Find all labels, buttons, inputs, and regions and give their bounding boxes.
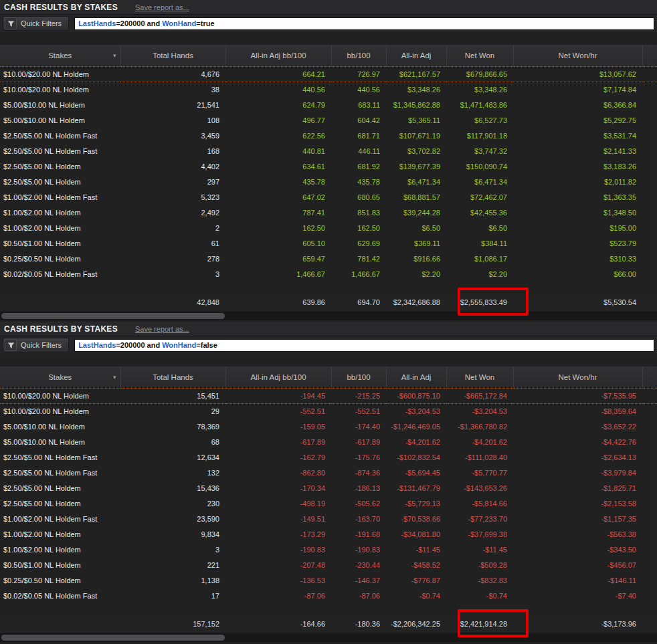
cell-net: -$143,653.26 <box>446 480 513 496</box>
column-header-total-hands[interactable]: Total Hands <box>120 45 225 66</box>
table-row[interactable]: $2.50/$5.00 NL Holdem230-498.19-505.62-$… <box>0 496 657 511</box>
stakes-dropdown-icon[interactable]: ▾ <box>113 52 116 59</box>
cell-hands: 78,369 <box>120 419 225 434</box>
cell-aiadj: $916.66 <box>386 251 446 266</box>
column-header-allin-adj-bb100[interactable]: All-in Adj bb/100 <box>225 45 331 66</box>
cell-stakes: $5.00/$10.00 NL Holdem <box>0 419 120 434</box>
table-row[interactable]: $1.00/$2.00 NL Holdem9,834-173.29-191.68… <box>0 526 657 542</box>
totals-bb100: 694.70 <box>331 294 386 310</box>
table-row[interactable]: $2.50/$5.00 NL Holdem Fast168440.81446.1… <box>0 143 657 158</box>
cell-bb: 851.83 <box>331 205 386 220</box>
column-header-allin-adj[interactable]: All-in Adj <box>386 366 446 388</box>
cell-net: $42,455.36 <box>446 205 513 220</box>
scrollbar-thumb[interactable] <box>1 313 225 319</box>
table-row[interactable]: $10.00/$20.00 NL Holdem29-552.51-552.51-… <box>0 403 657 419</box>
cell-net: $6,527.73 <box>446 112 513 128</box>
cell-bb: -175.76 <box>331 449 386 465</box>
table-row[interactable]: $5.00/$10.00 NL Holdem108496.77604.42$5,… <box>0 112 657 128</box>
column-header-stakes[interactable]: Stakes ▾ <box>0 45 120 66</box>
column-header-allin-adj[interactable]: All-in Adj <box>386 45 446 66</box>
cell-aiadj_bb: -170.34 <box>225 480 331 496</box>
cell-stakes: $5.00/$10.00 NL Holdem <box>0 112 120 128</box>
column-header-allin-adj-bb100[interactable]: All-in Adj bb/100 <box>225 366 331 388</box>
cell-aiadj_bb: 1,466.67 <box>225 266 331 282</box>
table-row[interactable]: $0.25/$0.50 NL Holdem1,138-136.53-146.37… <box>0 572 657 588</box>
cell-aiadj: -$70,538.66 <box>386 511 446 526</box>
cell-aiadj_bb: -498.19 <box>225 496 331 511</box>
table-row[interactable]: $1.00/$2.00 NL Holdem2162.50162.50$6.50$… <box>0 220 657 235</box>
column-header-net-won[interactable]: Net Won <box>446 45 513 66</box>
table-row[interactable]: $1.00/$2.00 NL Holdem Fast23,590-149.51-… <box>0 511 657 526</box>
table-row[interactable]: $0.50/$1.00 NL Holdem61605.10629.69$369.… <box>0 235 657 251</box>
totals-allin-adj-bb100: -164.66 <box>225 616 331 632</box>
table-row[interactable]: $0.02/$0.05 NL Holdem Fast17-87.06-87.06… <box>0 588 657 603</box>
table-row[interactable]: $5.00/$10.00 NL Holdem78,369-159.05-174.… <box>0 419 657 434</box>
table-row[interactable]: $0.25/$0.50 NL Holdem278659.47781.42$916… <box>0 251 657 266</box>
table-row[interactable]: $0.50/$1.00 NL Holdem221-207.48-230.44-$… <box>0 557 657 572</box>
cell-net: $3,747.32 <box>446 143 513 158</box>
horizontal-scrollbar[interactable] <box>0 312 657 320</box>
cell-hr: -$7,535.95 <box>513 388 642 403</box>
cell-aiadj: -$102,832.54 <box>386 449 446 465</box>
table-row[interactable]: $1.00/$2.00 NL Holdem3-190.83-190.83-$11… <box>0 542 657 557</box>
filter-funnel-icon <box>5 339 17 351</box>
column-header-net-won-hr[interactable]: Net Won/hr <box>513 45 642 66</box>
cell-hr: -$1,157.35 <box>513 511 642 526</box>
table-row[interactable]: $1.00/$2.00 NL Holdem Fast5,323647.02680… <box>0 189 657 205</box>
cell-hands: 29 <box>120 403 225 419</box>
scrollbar-thumb[interactable] <box>1 635 225 641</box>
cell-net: $117,901.18 <box>446 128 513 143</box>
cell-net: $6.50 <box>446 220 513 235</box>
table-row[interactable]: $2.50/$5.00 NL Holdem4,402634.61681.92$1… <box>0 158 657 174</box>
cell-stakes: $10.00/$20.00 NL Holdem <box>0 388 120 403</box>
cell-hr: -$563.38 <box>513 526 642 542</box>
cell-hr: -$343.50 <box>513 542 642 557</box>
table-row[interactable]: $5.00/$10.00 NL Holdem68-617.89-617.89-$… <box>0 434 657 449</box>
cell-bb: 683.11 <box>331 97 386 112</box>
table-row[interactable]: $2.50/$5.00 NL Holdem15,436-170.34-186.1… <box>0 480 657 496</box>
cell-aiadj_bb: -862.80 <box>225 465 331 480</box>
cell-stakes: $2.50/$5.00 NL Holdem <box>0 496 120 511</box>
report-title-bar: CASH RESULTS BY STAKES Save report as... <box>0 322 657 336</box>
table-row[interactable]: $2.50/$5.00 NL Holdem297435.78435.78$6,4… <box>0 174 657 189</box>
cell-stakes: $1.00/$2.00 NL Holdem <box>0 526 120 542</box>
cell-aiadj_bb: 605.10 <box>225 235 331 251</box>
filter-expression-field[interactable]: LastHands=200000 and WonHand=true <box>74 17 654 30</box>
cell-aiadj_bb: 496.77 <box>225 112 331 128</box>
quick-filters-button[interactable]: Quick Filters <box>3 16 69 31</box>
table-row[interactable]: $10.00/$20.00 NL Holdem15,451-194.45-215… <box>0 388 657 403</box>
cell-aiadj: $6,471.34 <box>386 174 446 189</box>
table-row[interactable]: $2.50/$5.00 NL Holdem Fast3,459622.56681… <box>0 128 657 143</box>
column-header-total-hands[interactable]: Total Hands <box>120 366 225 388</box>
horizontal-scrollbar[interactable] <box>0 633 657 642</box>
stakes-dropdown-icon[interactable]: ▾ <box>113 374 116 381</box>
cell-stakes: $2.50/$5.00 NL Holdem <box>0 158 120 174</box>
column-header-stakes[interactable]: Stakes ▾ <box>0 366 120 388</box>
table-row[interactable]: $2.50/$5.00 NL Holdem Fast132-862.80-874… <box>0 465 657 480</box>
column-header-bb100[interactable]: bb/100 <box>331 45 386 66</box>
column-header-net-won[interactable]: Net Won <box>446 366 513 388</box>
row-spacer-cell <box>642 496 657 511</box>
cell-hands: 61 <box>120 235 225 251</box>
table-row[interactable]: $0.02/$0.05 NL Holdem Fast31,466.671,466… <box>0 266 657 282</box>
cell-aiadj_bb: -136.53 <box>225 572 331 588</box>
filter-expression-field[interactable]: LastHands=200000 and WonHand=false <box>74 339 654 352</box>
column-header-bb100[interactable]: bb/100 <box>331 366 386 388</box>
cell-aiadj_bb: 435.78 <box>225 174 331 189</box>
save-report-link[interactable]: Save report as... <box>135 325 189 333</box>
table-row[interactable]: $1.00/$2.00 NL Holdem2,492787.41851.83$3… <box>0 205 657 220</box>
cell-bb: 440.56 <box>331 82 386 97</box>
cell-net: -$77,233.70 <box>446 511 513 526</box>
cell-aiadj: -$11.45 <box>386 542 446 557</box>
column-header-net-won-hr[interactable]: Net Won/hr <box>513 366 642 388</box>
table-header-row: Stakes ▾ Total Hands All-in Adj bb/100 b… <box>0 366 657 388</box>
table-row[interactable]: $10.00/$20.00 NL Holdem38440.56440.56$3,… <box>0 82 657 97</box>
row-spacer-cell <box>642 388 657 403</box>
table-row[interactable]: $5.00/$10.00 NL Holdem21,541624.79683.11… <box>0 97 657 112</box>
filter-operand: =200000 and <box>116 341 162 349</box>
totals-total-hands: 157,152 <box>120 616 225 632</box>
save-report-link[interactable]: Save report as... <box>135 3 189 11</box>
table-row[interactable]: $2.50/$5.00 NL Holdem Fast12,634-162.79-… <box>0 449 657 465</box>
table-row[interactable]: $10.00/$20.00 NL Holdem4,676664.21726.97… <box>0 66 657 82</box>
quick-filters-button[interactable]: Quick Filters <box>3 338 69 352</box>
